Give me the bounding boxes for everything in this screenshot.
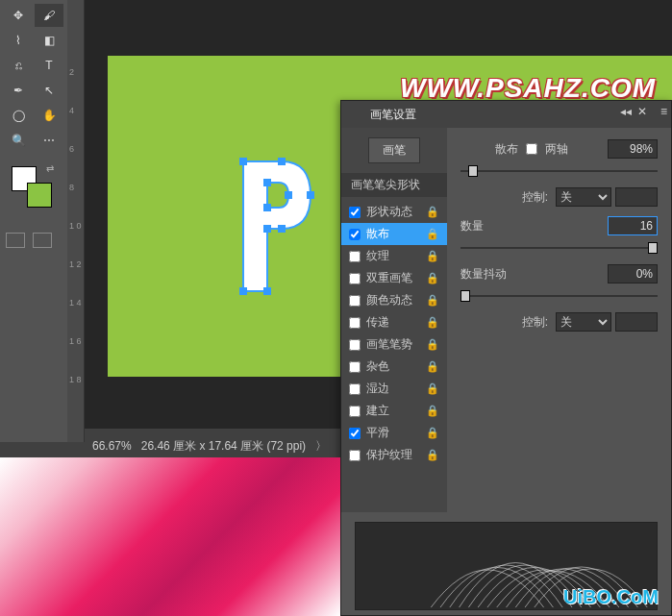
option-check-2[interactable] bbox=[349, 251, 361, 262]
more-tool[interactable]: ⋯ bbox=[35, 129, 63, 152]
option-check-4[interactable] bbox=[349, 295, 361, 307]
option-3[interactable]: 双重画笔🔒 bbox=[341, 267, 447, 289]
svg-rect-4 bbox=[263, 225, 271, 233]
option-label-0: 形状动态 bbox=[366, 204, 412, 220]
lock-icon[interactable]: 🔒 bbox=[426, 250, 439, 262]
count-slider[interactable] bbox=[460, 245, 658, 251]
brush-button[interactable]: 画笔 bbox=[368, 137, 420, 163]
scatter-value[interactable] bbox=[608, 139, 658, 159]
control-select-2[interactable]: 关 bbox=[556, 312, 611, 332]
jitter-label: 数量抖动 bbox=[460, 266, 507, 283]
option-check-5[interactable] bbox=[349, 317, 361, 329]
option-0[interactable]: 形状动态🔒 bbox=[341, 201, 447, 223]
jitter-value[interactable] bbox=[608, 264, 658, 283]
option-check-10[interactable] bbox=[349, 428, 361, 439]
option-check-8[interactable] bbox=[349, 383, 361, 395]
both-axes-checkbox[interactable] bbox=[526, 143, 537, 155]
count-value[interactable] bbox=[608, 216, 658, 235]
option-check-0[interactable] bbox=[349, 207, 361, 218]
svg-rect-9 bbox=[263, 204, 271, 211]
option-9[interactable]: 建立🔒 bbox=[341, 400, 447, 422]
option-label-6: 画笔笔势 bbox=[366, 336, 412, 353]
svg-rect-0 bbox=[239, 158, 247, 165]
svg-rect-6 bbox=[239, 287, 247, 295]
status-bar: 66.67% 26.46 厘米 x 17.64 厘米 (72 ppi) 〉 bbox=[85, 436, 335, 456]
swap-icon[interactable]: ⇄ bbox=[46, 163, 54, 174]
zoom-level[interactable]: 66.67% bbox=[92, 439, 132, 453]
control-label-2: 控制: bbox=[522, 314, 548, 331]
option-check-3[interactable] bbox=[349, 273, 361, 284]
lock-icon[interactable]: 🔒 bbox=[426, 228, 439, 240]
option-11[interactable]: 保护纹理🔒 bbox=[341, 444, 447, 466]
option-label-2: 纹理 bbox=[366, 248, 389, 264]
control-num-1[interactable] bbox=[615, 187, 658, 207]
hand-tool[interactable]: ✋ bbox=[35, 104, 63, 127]
option-check-11[interactable] bbox=[349, 450, 361, 461]
collapse-icon[interactable]: ◂◂ bbox=[620, 105, 632, 118]
svg-rect-1 bbox=[278, 158, 286, 165]
clone-tool[interactable]: ⎌ bbox=[4, 54, 33, 77]
svg-rect-5 bbox=[263, 287, 271, 295]
background-color[interactable] bbox=[27, 183, 52, 208]
lock-icon[interactable]: 🔒 bbox=[426, 449, 439, 461]
scatter-slider[interactable] bbox=[460, 168, 658, 174]
zoom-tool[interactable]: 🔍 bbox=[4, 129, 33, 152]
mask-mode-icon[interactable] bbox=[6, 233, 25, 248]
svg-rect-2 bbox=[307, 191, 314, 199]
arrow-tool[interactable]: ↖ bbox=[35, 79, 63, 102]
lock-icon[interactable]: 🔒 bbox=[426, 316, 439, 329]
lock-icon[interactable]: 🔒 bbox=[426, 294, 439, 307]
lock-icon[interactable]: 🔒 bbox=[426, 360, 439, 373]
count-label: 数量 bbox=[460, 218, 484, 234]
option-check-9[interactable] bbox=[349, 406, 361, 417]
ruler-vertical: 24681 01 21 41 61 8 bbox=[67, 0, 85, 442]
brush-options-list: 画笔 画笔笔尖形状 形状动态🔒散布🔒纹理🔒双重画笔🔒颜色动态🔒传递🔒画笔笔势🔒杂… bbox=[341, 128, 447, 512]
path-shape-p[interactable] bbox=[229, 152, 325, 306]
option-4[interactable]: 颜色动态🔒 bbox=[341, 289, 447, 311]
lock-icon[interactable]: 🔒 bbox=[426, 206, 439, 218]
lock-icon[interactable]: 🔒 bbox=[426, 272, 439, 284]
svg-rect-8 bbox=[285, 191, 292, 199]
lock-icon[interactable]: 🔒 bbox=[426, 427, 439, 439]
option-7[interactable]: 杂色🔒 bbox=[341, 356, 447, 378]
doc-dimensions: 26.46 厘米 x 17.64 厘米 (72 ppi) bbox=[141, 438, 306, 455]
option-1[interactable]: 散布🔒 bbox=[341, 223, 447, 245]
option-8[interactable]: 湿边🔒 bbox=[341, 378, 447, 400]
scatter-settings: 散布 两轴 控制: 关 数量 数量抖动 bbox=[447, 128, 671, 512]
option-check-1[interactable] bbox=[349, 229, 361, 240]
option-check-6[interactable] bbox=[349, 339, 361, 351]
option-5[interactable]: 传递🔒 bbox=[341, 311, 447, 333]
panel-title: 画笔设置 bbox=[370, 107, 416, 123]
eraser-tool[interactable]: ◧ bbox=[35, 29, 63, 52]
brush-tool[interactable]: 🖌 bbox=[35, 4, 63, 27]
tip-shape-option[interactable]: 画笔笔尖形状 bbox=[341, 173, 447, 197]
control-num-2[interactable] bbox=[615, 312, 658, 332]
control-select-1[interactable]: 关 bbox=[556, 187, 611, 207]
lock-icon[interactable]: 🔒 bbox=[426, 405, 439, 417]
option-6[interactable]: 画笔笔势🔒 bbox=[341, 333, 447, 356]
option-label-10: 平滑 bbox=[366, 425, 389, 441]
pen-tool[interactable]: ✒ bbox=[4, 79, 33, 102]
lock-icon[interactable]: 🔒 bbox=[426, 382, 439, 395]
option-10[interactable]: 平滑🔒 bbox=[341, 422, 447, 444]
uibo-watermark: UiBO.CoM bbox=[563, 586, 659, 608]
option-label-7: 杂色 bbox=[366, 358, 389, 375]
svg-rect-3 bbox=[278, 225, 286, 233]
move-tool[interactable]: ✥ bbox=[4, 4, 33, 27]
ellipse-tool[interactable]: ◯ bbox=[4, 104, 33, 127]
background-image bbox=[0, 457, 340, 616]
color-swatches[interactable]: ⇄ bbox=[2, 161, 65, 209]
close-icon[interactable]: ✕ bbox=[637, 105, 647, 118]
menu-icon[interactable]: ≡ bbox=[660, 105, 667, 118]
option-check-7[interactable] bbox=[349, 361, 361, 373]
lasso-tool[interactable]: ⌇ bbox=[4, 29, 33, 52]
screen-mode-icon[interactable] bbox=[33, 233, 52, 248]
panel-header[interactable]: 画笔设置 ◂◂ ✕ ≡ bbox=[341, 101, 671, 128]
jitter-slider[interactable] bbox=[460, 293, 658, 299]
status-arrow[interactable]: 〉 bbox=[315, 438, 327, 455]
option-label-3: 双重画笔 bbox=[366, 270, 412, 286]
type-tool[interactable]: T bbox=[35, 54, 63, 77]
option-2[interactable]: 纹理🔒 bbox=[341, 245, 447, 267]
option-label-1: 散布 bbox=[366, 226, 389, 242]
lock-icon[interactable]: 🔒 bbox=[426, 338, 439, 351]
